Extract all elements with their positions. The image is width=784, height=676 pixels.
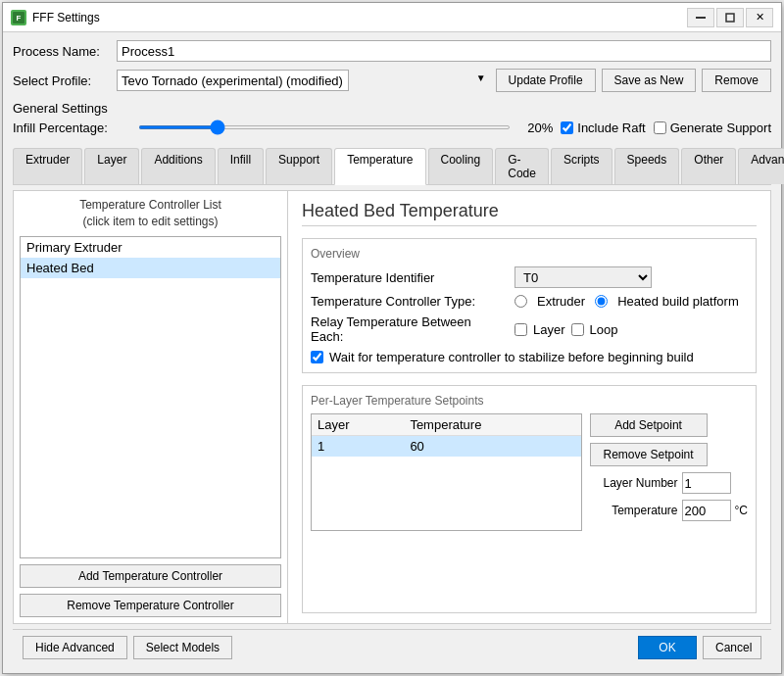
- temperature-spinbox-label: Temperature: [590, 504, 678, 517]
- temp-identifier-row: Temperature Identifier T0: [311, 266, 748, 288]
- temperature-unit: °C: [735, 504, 748, 517]
- ok-button[interactable]: OK: [638, 636, 697, 659]
- controller-item-extruder[interactable]: Primary Extruder: [21, 237, 280, 258]
- general-settings-label: General Settings: [13, 101, 771, 116]
- temp-controller-type-row: Temperature Controller Type: Extruder He…: [311, 294, 748, 309]
- save-as-new-button[interactable]: Save as New: [602, 69, 697, 92]
- extruder-radio-label: Extruder: [537, 294, 585, 309]
- temp-identifier-select[interactable]: T0: [514, 266, 652, 288]
- wait-checkbox-row: Wait for temperature controller to stabi…: [311, 350, 748, 364]
- svg-rect-2: [696, 17, 706, 19]
- restore-button[interactable]: [716, 8, 744, 27]
- temperature-spinbox[interactable]: [682, 500, 731, 521]
- app-icon: F: [11, 10, 26, 25]
- general-settings-section: General Settings Infill Percentage: 20% …: [13, 101, 771, 141]
- relay-loop-label: Loop: [590, 322, 618, 337]
- controller-list-title: Temperature Controller List (click item …: [20, 197, 281, 230]
- overview-label: Overview: [311, 247, 748, 261]
- extruder-radio[interactable]: [514, 295, 527, 308]
- remove-temperature-controller-button[interactable]: Remove Temperature Controller: [20, 594, 281, 617]
- setpoints-controls: Add Setpoint Remove Setpoint Layer Numbe…: [590, 413, 748, 531]
- tab-layer[interactable]: Layer: [84, 148, 139, 184]
- tab-cooling[interactable]: Cooling: [428, 148, 494, 184]
- relay-check-group: Layer Loop: [514, 322, 617, 337]
- left-panel: Temperature Controller List (click item …: [14, 191, 288, 623]
- remove-button[interactable]: Remove: [702, 69, 771, 92]
- controller-item-bed[interactable]: Heated Bed: [21, 258, 280, 278]
- remove-setpoint-button[interactable]: Remove Setpoint: [590, 443, 708, 466]
- relay-layer-label: Layer: [533, 322, 565, 337]
- select-profile-row: Select Profile: Tevo Tornado (experiment…: [13, 69, 771, 92]
- setpoints-table: Layer Temperature 1 60: [312, 414, 581, 457]
- heated-platform-radio-label: Heated build platform: [617, 294, 739, 309]
- controller-type-radio-group: Extruder Heated build platform: [514, 294, 739, 309]
- main-content: Process Name: Select Profile: Tevo Torna…: [3, 32, 781, 673]
- heated-platform-radio[interactable]: [595, 295, 608, 308]
- process-name-label: Process Name:: [13, 44, 111, 59]
- relay-layer-checkbox[interactable]: [514, 323, 527, 336]
- layer-number-row: Layer Number: [590, 472, 748, 494]
- temp-identifier-label: Temperature Identifier: [311, 270, 507, 285]
- tab-scripts[interactable]: Scripts: [551, 148, 612, 184]
- close-button[interactable]: ✕: [746, 8, 773, 27]
- svg-rect-3: [726, 14, 734, 22]
- process-name-row: Process Name:: [13, 40, 771, 62]
- minimize-button[interactable]: [687, 8, 714, 27]
- update-profile-button[interactable]: Update Profile: [496, 69, 596, 92]
- setpoints-label: Per-Layer Temperature Setpoints: [311, 394, 748, 408]
- infill-slider[interactable]: [138, 125, 511, 129]
- tab-additions[interactable]: Additions: [141, 148, 215, 184]
- setpoint-temp-value: 60: [404, 436, 580, 458]
- window-title: FFF Settings: [32, 11, 681, 24]
- setpoint-layer-value: 1: [312, 436, 404, 458]
- add-setpoint-button[interactable]: Add Setpoint: [590, 413, 708, 437]
- layer-number-label: Layer Number: [590, 476, 678, 490]
- tab-support[interactable]: Support: [266, 148, 332, 184]
- add-temperature-controller-button[interactable]: Add Temperature Controller: [20, 564, 281, 588]
- relay-temp-label: Relay Temperature Between Each:: [311, 314, 507, 344]
- window-controls: ✕: [687, 8, 773, 27]
- generate-support-group: Generate Support: [654, 121, 771, 135]
- profile-select-wrapper: Tevo Tornado (experimental) (modified): [117, 70, 490, 91]
- infill-label: Infill Percentage:: [13, 121, 130, 135]
- setpoints-group: Per-Layer Temperature Setpoints Layer Te…: [302, 385, 757, 613]
- wait-stabilize-checkbox[interactable]: [311, 351, 323, 363]
- relay-loop-checkbox[interactable]: [571, 323, 584, 336]
- tab-infill[interactable]: Infill: [218, 148, 264, 184]
- wait-stabilize-label: Wait for temperature controller to stabi…: [329, 350, 694, 364]
- include-raft-label: Include Raft: [577, 121, 645, 135]
- profile-select[interactable]: Tevo Tornado (experimental) (modified): [117, 70, 349, 91]
- main-panel: Temperature Controller List (click item …: [13, 190, 771, 624]
- include-raft-group: Include Raft: [561, 121, 645, 135]
- hide-advanced-button[interactable]: Hide Advanced: [23, 636, 127, 659]
- bottom-left: Hide Advanced Select Models: [23, 636, 232, 659]
- tab-extruder[interactable]: Extruder: [13, 148, 82, 184]
- overview-group: Overview Temperature Identifier T0 Tempe…: [302, 238, 757, 373]
- main-window: F FFF Settings ✕ Process Name: Select Pr…: [2, 2, 782, 674]
- setpoints-inner: Layer Temperature 1 60: [311, 413, 748, 531]
- tab-temperature[interactable]: Temperature: [334, 148, 425, 185]
- generate-support-checkbox[interactable]: [654, 121, 666, 134]
- generate-support-label: Generate Support: [670, 121, 771, 135]
- panel-title: Heated Bed Temperature: [302, 201, 757, 226]
- infill-row: Infill Percentage: 20% Include Raft Gene…: [13, 118, 771, 137]
- tabs-bar: Extruder Layer Additions Infill Support …: [13, 146, 771, 185]
- tab-advanced[interactable]: Advanced: [738, 148, 784, 184]
- bottom-right: OK Cancel: [638, 636, 761, 659]
- infill-percentage-display: 20%: [518, 121, 553, 135]
- controller-list: Primary Extruder Heated Bed: [20, 236, 281, 558]
- tab-other[interactable]: Other: [681, 148, 736, 184]
- select-profile-label: Select Profile:: [13, 73, 111, 88]
- cancel-button[interactable]: Cancel: [703, 636, 761, 659]
- process-name-input[interactable]: [117, 40, 771, 62]
- col-layer: Layer: [312, 414, 404, 436]
- setpoints-table-container: Layer Temperature 1 60: [311, 413, 582, 531]
- include-raft-checkbox[interactable]: [561, 121, 573, 134]
- setpoint-row[interactable]: 1 60: [312, 436, 581, 458]
- tab-gcode[interactable]: G-Code: [495, 148, 549, 184]
- tab-speeds[interactable]: Speeds: [614, 148, 680, 184]
- layer-number-spinbox[interactable]: [682, 472, 731, 494]
- select-models-button[interactable]: Select Models: [133, 636, 232, 659]
- svg-text:F: F: [17, 14, 22, 23]
- temp-controller-type-label: Temperature Controller Type:: [311, 294, 507, 309]
